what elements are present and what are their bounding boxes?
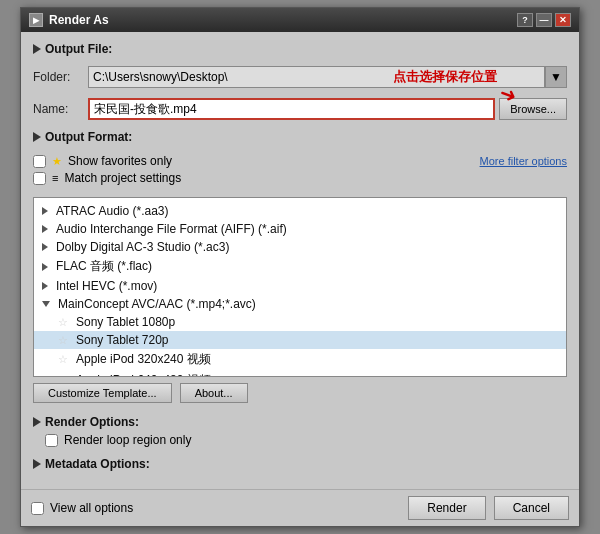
expand-icon (42, 207, 48, 215)
list-item[interactable]: FLAC 音频 (*.flac) (34, 256, 566, 277)
folder-input[interactable] (88, 66, 545, 88)
render-button[interactable]: Render (408, 496, 485, 520)
star-icon: ☆ (58, 353, 68, 366)
name-label: Name: (33, 102, 88, 116)
star-icon: ☆ (58, 374, 68, 376)
list-item-label: Intel HEVC (*.mov) (56, 279, 157, 293)
list-item[interactable]: Audio Interchange File Format (AIFF) (*.… (34, 220, 566, 238)
star-icon: ☆ (58, 316, 68, 329)
show-favorites-row: ★ Show favorites only More filter option… (33, 154, 567, 168)
metadata-options-header: Metadata Options: (33, 457, 567, 471)
render-options-section: Render Options: Render loop region only (33, 415, 567, 447)
render-options-label: Render Options: (45, 415, 139, 429)
expand-icon (42, 282, 48, 290)
render-loop-label: Render loop region only (64, 433, 191, 447)
output-file-triangle (33, 44, 41, 54)
star-icon: ★ (52, 155, 62, 168)
metadata-section: Metadata Options: (33, 457, 567, 475)
show-favorites-checkbox[interactable] (33, 155, 46, 168)
help-button[interactable]: ? (517, 13, 533, 27)
list-item-label: Apple iPod 640x480 视频 (76, 372, 211, 376)
match-project-row: ≡ Match project settings (33, 171, 567, 185)
output-format-triangle (33, 132, 41, 142)
expand-icon (42, 263, 48, 271)
dialog-title: Render As (49, 13, 109, 27)
show-favorites-label: Show favorites only (68, 154, 172, 168)
list-item-label: Apple iPod 320x240 视频 (76, 351, 211, 368)
bottom-buttons: Customize Template... About... (33, 383, 567, 403)
output-format-header: Output Format: (33, 130, 567, 144)
render-as-dialog: ▶ Render As ? — ✕ Output File: Folder: ▼… (20, 7, 580, 527)
minimize-button[interactable]: — (536, 13, 552, 27)
star-icon: ☆ (58, 334, 68, 347)
footer-right: Render Cancel (408, 496, 569, 520)
list-item-label: Dolby Digital AC-3 Studio (*.ac3) (56, 240, 229, 254)
list-item[interactable]: ☆ Apple iPod 640x480 视频 (34, 370, 566, 376)
list-item-label: Sony Tablet 720p (76, 333, 169, 347)
folder-label: Folder: (33, 70, 88, 84)
about-button[interactable]: About... (180, 383, 248, 403)
output-format-label: Output Format: (45, 130, 132, 144)
collapse-icon (42, 301, 50, 307)
list-item[interactable]: ☆ Sony Tablet 720p (34, 331, 566, 349)
match-icon: ≡ (52, 172, 58, 184)
format-list[interactable]: ATRAC Audio (*.aa3) Audio Interchange Fi… (34, 198, 566, 376)
metadata-options-triangle (33, 459, 41, 469)
match-project-label: Match project settings (64, 171, 181, 185)
list-item-label: FLAC 音频 (*.flac) (56, 258, 152, 275)
list-item-label: Sony Tablet 1080p (76, 315, 175, 329)
view-all-checkbox[interactable] (31, 502, 44, 515)
render-options-header: Render Options: (33, 415, 567, 429)
footer-left: View all options (31, 501, 133, 515)
expand-icon (42, 225, 48, 233)
expand-icon (42, 243, 48, 251)
metadata-options-label: Metadata Options: (45, 457, 150, 471)
list-item-label: ATRAC Audio (*.aa3) (56, 204, 169, 218)
list-item-label: Audio Interchange File Format (AIFF) (*.… (56, 222, 287, 236)
format-section: ATRAC Audio (*.aa3) Audio Interchange Fi… (33, 197, 567, 377)
cancel-button[interactable]: Cancel (494, 496, 569, 520)
title-bar-controls: ? — ✕ (517, 13, 571, 27)
folder-row: Folder: ▼ (33, 66, 567, 88)
more-filter-link[interactable]: More filter options (480, 155, 567, 167)
output-file-header: Output File: (33, 42, 567, 56)
match-project-checkbox[interactable] (33, 172, 46, 185)
name-input[interactable] (88, 98, 495, 120)
app-icon: ▶ (29, 13, 43, 27)
output-file-label: Output File: (45, 42, 112, 56)
view-all-label: View all options (50, 501, 133, 515)
list-item[interactable]: Intel HEVC (*.mov) (34, 277, 566, 295)
render-options-triangle (33, 417, 41, 427)
dialog-footer: View all options Render Cancel (21, 489, 579, 526)
checkboxes-area: ★ Show favorites only More filter option… (33, 154, 567, 185)
close-button[interactable]: ✕ (555, 13, 571, 27)
title-bar-left: ▶ Render As (29, 13, 109, 27)
title-bar: ▶ Render As ? — ✕ (21, 8, 579, 32)
list-item[interactable]: ☆ Apple iPod 320x240 视频 (34, 349, 566, 370)
list-item[interactable]: MainConcept AVC/AAC (*.mp4;*.avc) (34, 295, 566, 313)
list-item[interactable]: ☆ Sony Tablet 1080p (34, 313, 566, 331)
name-row: Name: Browse... 点击选择保存位置 ➜ (33, 98, 567, 120)
customize-template-button[interactable]: Customize Template... (33, 383, 172, 403)
dialog-body: Output File: Folder: ▼ Name: Browse... 点… (21, 32, 579, 489)
list-item-label: MainConcept AVC/AAC (*.mp4;*.avc) (58, 297, 256, 311)
browse-button[interactable]: Browse... (499, 98, 567, 120)
folder-dropdown[interactable]: ▼ (545, 66, 567, 88)
render-loop-checkbox[interactable] (45, 434, 58, 447)
list-item[interactable]: Dolby Digital AC-3 Studio (*.ac3) (34, 238, 566, 256)
list-item[interactable]: ATRAC Audio (*.aa3) (34, 202, 566, 220)
render-loop-row: Render loop region only (33, 433, 567, 447)
